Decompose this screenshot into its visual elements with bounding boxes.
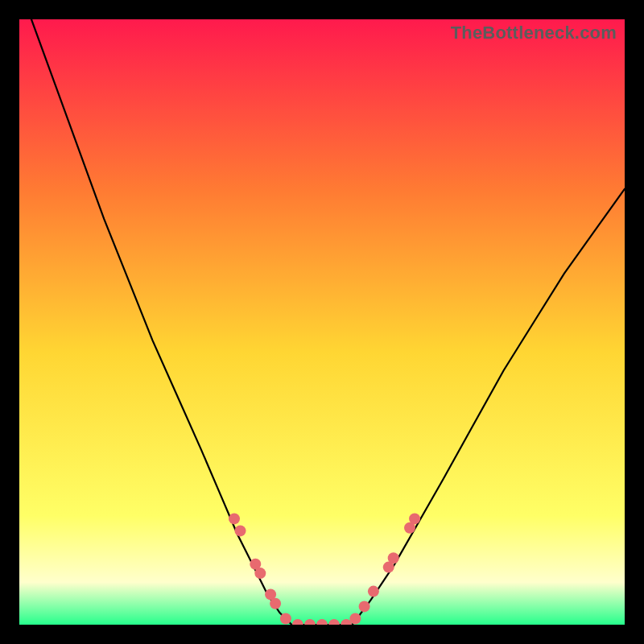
watermark-text: TheBottleneck.com (451, 23, 617, 43)
data-marker (280, 613, 291, 625)
data-marker (368, 586, 379, 597)
data-marker (229, 513, 240, 524)
data-marker (388, 552, 399, 564)
data-marker (235, 525, 246, 536)
data-marker (270, 598, 281, 609)
data-marker (359, 601, 370, 612)
bottleneck-chart (19, 19, 625, 625)
data-marker (409, 513, 420, 524)
chart-frame: TheBottleneck.com (19, 19, 625, 625)
data-marker (349, 613, 361, 625)
data-marker (254, 568, 266, 579)
